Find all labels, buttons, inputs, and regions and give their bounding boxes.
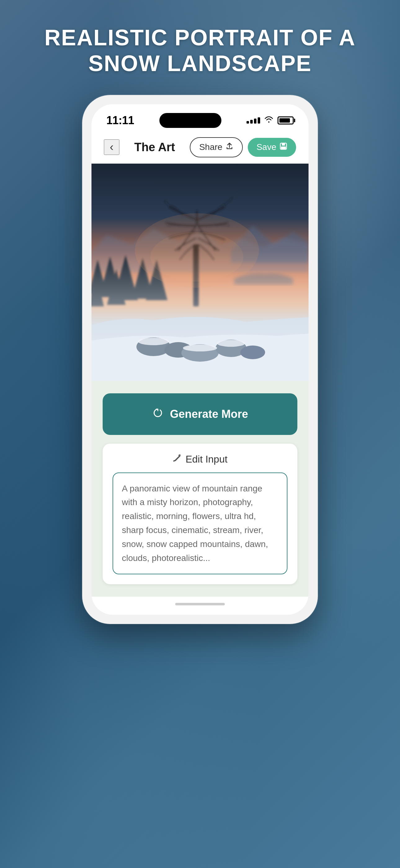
share-icon [226,142,233,152]
svg-point-14 [183,345,217,351]
svg-point-13 [138,338,169,345]
back-button[interactable]: ‹ [104,140,120,155]
pencil-icon [172,454,181,465]
svg-rect-2 [281,147,286,149]
signal-icon [246,117,260,124]
edit-input-label: Edit Input [186,454,227,465]
home-bar [175,603,225,606]
status-bar: 11:11 [92,104,308,131]
prompt-text: A panoramic view of mountain range with … [122,482,278,565]
save-icon [279,142,288,152]
wifi-icon [264,116,274,125]
status-time: 11:11 [106,114,134,127]
generate-more-label: Generate More [170,408,248,421]
dynamic-island [159,113,222,128]
svg-rect-1 [282,143,285,146]
back-arrow-icon: ‹ [110,141,113,154]
nav-title: The Art [134,141,175,154]
content-area: Generate More Edit Input A panoramic vie… [92,381,308,597]
edit-input-header: Edit Input [112,454,288,465]
page-title: REALISTIC PORTRAIT OF A SNOW LANDSCAPE [0,25,400,76]
share-button-label: Share [199,142,222,152]
battery-icon [277,116,294,124]
phone-screen: 11:11 [92,104,308,615]
svg-point-12 [240,345,265,359]
save-button[interactable]: Save [248,138,296,157]
status-icons [246,116,294,125]
generated-image [92,164,308,381]
generate-more-button[interactable]: Generate More [103,393,297,435]
home-indicator [92,597,308,615]
phone-frame: 11:11 [82,95,318,624]
share-button[interactable]: Share [190,137,243,157]
nav-actions: Share Save [190,137,296,157]
prompt-input[interactable]: A panoramic view of mountain range with … [112,472,288,575]
edit-input-card: Edit Input A panoramic view of mountain … [103,444,297,585]
nav-bar: ‹ The Art Share Save [92,131,308,164]
refresh-icon [152,407,164,421]
save-button-label: Save [257,142,276,152]
svg-point-15 [217,340,245,347]
